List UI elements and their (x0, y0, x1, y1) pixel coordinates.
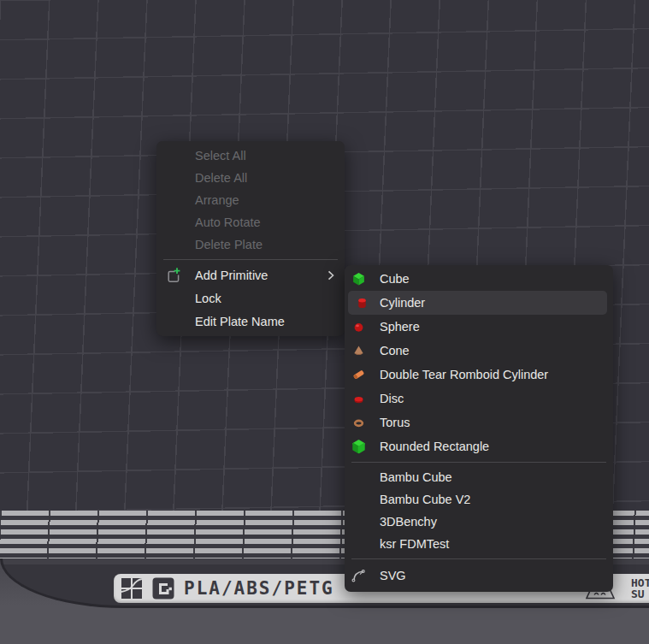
menu-item-select-all[interactable]: Select All (156, 145, 345, 167)
slicer-3d-viewport[interactable]: PLA/ABS/PETG HOT SU Select All Delete Al… (0, 0, 649, 644)
submenu-item-rounded-rectangle[interactable]: Rounded Rectangle (345, 434, 613, 458)
add-primitive-submenu: Cube Cylinder Sphere (345, 265, 613, 592)
disc-icon (351, 392, 366, 406)
menu-separator (163, 259, 338, 260)
submenu-separator (351, 462, 606, 463)
submenu-item-cylinder[interactable]: Cylinder (348, 291, 607, 315)
menu-item-edit-plate-name[interactable]: Edit Plate Name (156, 310, 345, 333)
sphere-icon (351, 320, 366, 334)
submenu-item-bambu-cube-v2[interactable]: Bambu Cube V2 (345, 488, 613, 511)
submenu-chevron-icon (327, 269, 334, 281)
menu-item-arrange[interactable]: Arrange (156, 189, 345, 211)
menu-item-auto-rotate[interactable]: Auto Rotate (156, 211, 345, 233)
bambu-logo-icon (121, 577, 143, 600)
plate-context-menu: Select All Delete All Arrange Auto Rotat… (156, 141, 345, 336)
hot-surface-warning-text: HOT SU (631, 577, 649, 600)
torus-icon (351, 416, 366, 430)
cylinder-icon (355, 296, 369, 310)
cube-icon (351, 272, 366, 287)
plate-name-label: PLA/ABS/PETG (184, 578, 334, 600)
menu-item-delete-plate[interactable]: Delete Plate (156, 233, 345, 256)
submenu-item-cube[interactable]: Cube (345, 267, 613, 291)
rounded-rectangle-icon (351, 440, 366, 454)
submenu-item-3dbenchy[interactable]: 3DBenchy (345, 511, 613, 533)
cone-icon (351, 344, 366, 358)
submenu-item-sphere[interactable]: Sphere (345, 315, 613, 339)
romboid-cylinder-icon (351, 368, 366, 382)
menu-item-delete-all[interactable]: Delete All (156, 167, 345, 189)
submenu-item-bambu-cube[interactable]: Bambu Cube (345, 466, 613, 488)
menu-item-lock[interactable]: Lock (156, 287, 345, 310)
submenu-item-torus[interactable]: Torus (345, 411, 613, 434)
plate-g-badge-icon (152, 577, 174, 600)
submenu-item-disc[interactable]: Disc (345, 387, 613, 411)
submenu-item-ksr-fdmtest[interactable]: ksr FDMTest (345, 533, 613, 555)
submenu-item-double-tear-romboid-cylinder[interactable]: Double Tear Romboid Cylinder (345, 363, 613, 387)
add-primitive-icon (164, 267, 181, 284)
submenu-separator (351, 558, 606, 559)
submenu-item-svg[interactable]: SVG (345, 563, 613, 588)
svg-curve-icon (351, 569, 366, 583)
submenu-item-cone[interactable]: Cone (345, 339, 613, 363)
menu-item-add-primitive[interactable]: Add Primitive (156, 263, 345, 287)
